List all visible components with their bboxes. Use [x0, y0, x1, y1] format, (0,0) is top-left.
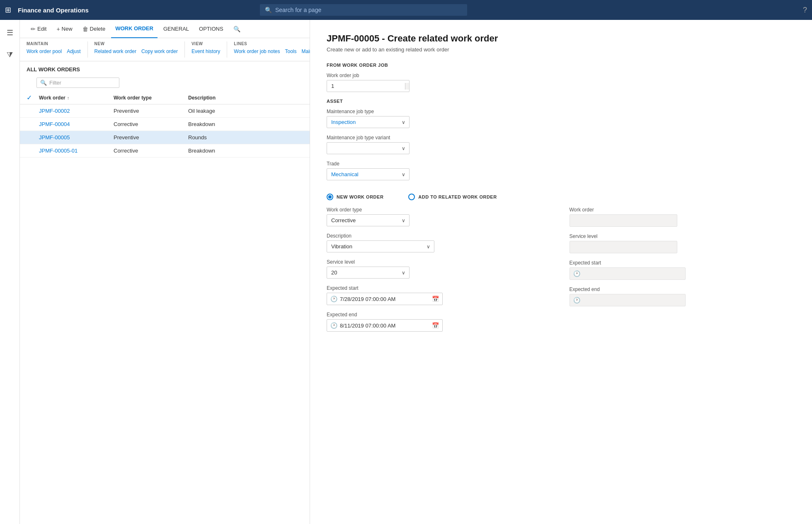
work-order-type-select-wrap[interactable]: Corrective Preventive ∨: [327, 214, 410, 226]
column-work-order[interactable]: Work order ↑: [39, 95, 114, 101]
ribbon-related-work-order[interactable]: Related work order: [95, 49, 136, 54]
row-workorder-2[interactable]: JPMF-00004: [39, 121, 114, 127]
maintenance-job-type-select[interactable]: Inspection Mechanical Corrective: [327, 116, 410, 128]
radio-new-circle[interactable]: [327, 194, 333, 200]
right-col: Work order Service level Expected start …: [570, 207, 796, 338]
dialog-title: JPMF-00005 - Create related work order: [327, 33, 795, 44]
service-level-select[interactable]: 20 10 30: [327, 267, 410, 279]
global-search-input[interactable]: [275, 7, 462, 13]
row-desc-1: Oil leakage: [188, 108, 303, 114]
left-sidebar: ☰ ⧩: [0, 20, 20, 524]
clock-icon-right-start: 🕐: [573, 270, 580, 277]
edit-icon: ✏: [31, 26, 36, 32]
row-type-1: Preventive: [114, 108, 188, 114]
right-service-level-field: Service level: [570, 233, 796, 253]
list-header: ALL WORK ORDERS: [20, 61, 310, 76]
help-icon[interactable]: ?: [803, 6, 807, 15]
expected-end-label: Expected end: [327, 312, 553, 318]
service-level-select-wrap[interactable]: 20 10 30 ∨: [327, 267, 410, 279]
tab-options[interactable]: OPTIONS: [195, 20, 228, 38]
expected-start-input[interactable]: [340, 296, 429, 302]
table-row[interactable]: JPMF-00005 Preventive Rounds: [20, 131, 310, 144]
row-desc-2: Breakdown: [188, 121, 303, 127]
right-expected-end-label: Expected end: [570, 286, 796, 292]
sort-icon[interactable]: ↑: [67, 95, 70, 100]
calendar-icon-start[interactable]: 📅: [432, 296, 439, 302]
description-select[interactable]: Vibration Oil leakage: [327, 240, 434, 252]
main-layout: ☰ ⧩ ✏ Edit + New 🗑 Delete WORK ORDE: [0, 20, 812, 524]
ribbon-adjust[interactable]: Adjust: [67, 49, 80, 54]
trade-field: Trade Mechanical Electrical ∨: [327, 161, 795, 180]
filter-input[interactable]: [49, 80, 116, 86]
tab-new[interactable]: + New: [52, 20, 76, 38]
global-search-bar[interactable]: 🔍: [260, 4, 467, 16]
clock-icon-right-end: 🕐: [573, 297, 580, 303]
description-field: Description Vibration Oil leakage ∨: [327, 233, 553, 252]
row-desc-3: Rounds: [188, 134, 303, 141]
right-work-order-input: [570, 214, 677, 227]
expected-end-input-wrap[interactable]: 🕐 📅: [327, 319, 443, 332]
table-row[interactable]: JPMF-00002 Preventive Oil leakage: [20, 104, 310, 118]
hamburger-icon[interactable]: ☰: [3, 25, 17, 41]
tab-general[interactable]: GENERAL: [159, 20, 193, 38]
row-workorder-1[interactable]: JPMF-00002: [39, 108, 114, 114]
ribbon-tools[interactable]: Tools: [285, 49, 296, 54]
table-header-row: ✓ Work order ↑ Work order type Descripti…: [20, 91, 310, 104]
clock-icon-end: 🕐: [330, 322, 337, 329]
trade-select[interactable]: Mechanical Electrical: [327, 168, 410, 180]
table-row[interactable]: JPMF-00004 Corrective Breakdown: [20, 118, 310, 131]
list-title: ALL WORK ORDERS: [27, 66, 80, 73]
row-type-2: Corrective: [114, 121, 188, 127]
ribbon-work-order-job-notes[interactable]: Work order job notes: [234, 49, 280, 54]
right-service-level-input: [570, 241, 677, 253]
ribbon-work-order-pool[interactable]: Work order pool: [27, 49, 62, 54]
service-level-label: Service level: [327, 259, 553, 265]
row-workorder-4[interactable]: JPMF-00005-01: [39, 148, 114, 154]
row-workorder-3[interactable]: JPMF-00005: [39, 134, 114, 141]
trade-select-wrap[interactable]: Mechanical Electrical ∨: [327, 168, 410, 180]
calendar-icon-end[interactable]: 📅: [432, 322, 439, 329]
maintenance-job-type-variant-label: Maintenance job type variant: [327, 135, 795, 141]
grid-icon[interactable]: ⊞: [5, 5, 11, 15]
radio-add-circle[interactable]: [408, 194, 415, 200]
table-row[interactable]: JPMF-00005-01 Corrective Breakdown: [20, 144, 310, 158]
radio-add-related[interactable]: ADD TO RELATED WORK ORDER: [408, 194, 497, 200]
service-level-field: Service level 20 10 30 ∨: [327, 259, 553, 279]
trade-label: Trade: [327, 161, 795, 167]
ribbon: ✏ Edit + New 🗑 Delete WORK ORDER GENERAL: [20, 20, 310, 61]
expected-end-field: Expected end 🕐 📅: [327, 312, 553, 332]
ribbon-items-view: Event history: [191, 49, 220, 54]
ribbon-event-history[interactable]: Event history: [191, 49, 220, 54]
tab-delete[interactable]: 🗑 Delete: [78, 20, 110, 38]
tab-edit[interactable]: ✏ Edit: [27, 20, 51, 38]
work-order-job-spinner[interactable]: ∨: [405, 83, 410, 90]
maintenance-job-type-variant-select-wrap[interactable]: ∨: [327, 142, 410, 154]
plus-icon: +: [56, 26, 60, 32]
description-select-wrap[interactable]: Vibration Oil leakage ∨: [327, 240, 434, 252]
expected-end-input[interactable]: [340, 323, 429, 329]
row-type-3: Preventive: [114, 134, 188, 141]
maintenance-job-type-select-wrap[interactable]: Inspection Mechanical Corrective ∨: [327, 116, 410, 128]
left-panel: ✏ Edit + New 🗑 Delete WORK ORDER GENERAL: [20, 20, 310, 524]
ribbon-copy-work-order[interactable]: Copy work order: [141, 49, 178, 54]
ribbon-tabs: ✏ Edit + New 🗑 Delete WORK ORDER GENERAL: [20, 20, 310, 38]
list-area: ALL WORK ORDERS 🔍 ✓ Work order ↑ Work or…: [20, 61, 310, 524]
row-type-4: Corrective: [114, 148, 188, 154]
work-order-type-select[interactable]: Corrective Preventive: [327, 214, 410, 226]
right-panel: JPMF-00005 - Create related work order C…: [310, 20, 812, 524]
filter-sidebar-icon[interactable]: ⧩: [3, 47, 16, 63]
maintenance-job-type-label: Maintenance job type: [327, 109, 795, 114]
right-expected-start-input: 🕐: [570, 267, 686, 280]
right-service-level-label: Service level: [570, 233, 796, 239]
expected-start-field: Expected start 🕐 📅: [327, 285, 553, 305]
tab-work-order[interactable]: WORK ORDER: [111, 20, 158, 38]
work-order-job-input-wrap[interactable]: ∨: [327, 80, 410, 92]
radio-new-work-order[interactable]: NEW WORK ORDER: [327, 194, 383, 200]
maintenance-job-type-variant-field: Maintenance job type variant ∨: [327, 135, 795, 154]
tab-search[interactable]: 🔍: [229, 20, 245, 38]
filter-input-wrap[interactable]: 🔍: [36, 78, 119, 88]
expected-start-input-wrap[interactable]: 🕐 📅: [327, 293, 443, 305]
work-order-job-input[interactable]: [327, 80, 405, 92]
delete-icon: 🗑: [82, 26, 88, 32]
maintenance-job-type-variant-select[interactable]: [327, 142, 410, 154]
